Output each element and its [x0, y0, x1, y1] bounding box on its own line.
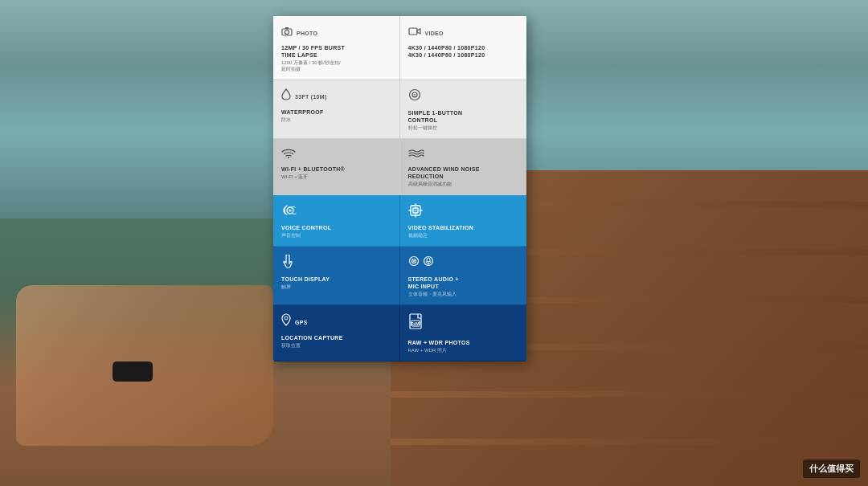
speaker-icon [408, 255, 420, 269]
cell-stabilize: VIDEO STABILIZATION 视频稳定 [400, 195, 527, 247]
wristband [113, 361, 153, 382]
svg-rect-2 [285, 27, 289, 29]
section-photo-video: PHOTO 12MP / 30 FPS BURSTTIME LAPSE 1200… [273, 16, 526, 80]
section-waterproof: 33FT (10M) WATERPROOF 防水 1 SIMPLE 1-BUTT… [273, 80, 526, 139]
button-title: SIMPLE 1-BUTTONCONTROL [408, 109, 519, 124]
camera-icon [281, 24, 293, 39]
photo-subtitle: 1200 万像素 / 30 帧/秒连拍/延时拍摄 [281, 60, 391, 73]
cell-video: VIDEO 4K30 / 1440p80 / 1080p1204K30 / 14… [400, 16, 527, 80]
cell-button-control: 1 SIMPLE 1-BUTTONCONTROL 轻松一键操控 [400, 80, 527, 139]
stabilize-icon [408, 205, 423, 221]
video-label: VIDEO [425, 31, 444, 36]
section-touch-audio: TOUCH DISPLAY 触屏 [273, 247, 526, 305]
wind-icon [408, 146, 424, 162]
audio-subtitle: 立体音频・麦克风输入 [408, 292, 519, 298]
wind-subtitle: 高级风噪音消减功能 [408, 182, 519, 188]
svg-text:RAW: RAW [411, 321, 420, 326]
watermark-text: 什么值得买 [809, 464, 854, 473]
gps-subtitle: 获取位置 [281, 343, 391, 349]
svg-text:1: 1 [413, 93, 416, 98]
cell-audio: STEREO AUDIO +MIC INPUT 立体音频・麦克风输入 [400, 247, 527, 305]
svg-point-21 [413, 260, 415, 262]
mic-icon [423, 255, 434, 269]
svg-point-10 [289, 209, 292, 211]
wind-title: ADVANCED WIND NOISEREDUCTION [408, 165, 519, 180]
voice-subtitle: 声音控制 [281, 233, 391, 239]
touch-icon [281, 256, 294, 272]
gps-label: GPS [295, 320, 308, 325]
section-gps-raw: GPS LOCATION CAPTURE 获取位置 RAW RAW + WDR … [273, 305, 526, 361]
watermark: 什么值得买 [803, 459, 860, 478]
droplet-icon [281, 88, 291, 103]
wifi-icon [281, 146, 296, 162]
audio-title: STEREO AUDIO +MIC INPUT [408, 276, 519, 290]
voice-icon [281, 205, 297, 221]
product-card: PHOTO 12MP / 30 FPS BURSTTIME LAPSE 1200… [273, 16, 526, 361]
waterproof-title: WATERPROOF [281, 108, 391, 116]
button-subtitle: 轻松一键操控 [408, 125, 519, 132]
cell-voice: VOICE CONTROL 声音控制 [273, 195, 400, 247]
svg-point-25 [285, 317, 288, 320]
photo-title: 12MP / 30 FPS BURSTTIME LAPSE [281, 44, 391, 59]
voice-title: VOICE CONTROL [281, 224, 391, 231]
gps-icon [281, 313, 291, 329]
photo-label: PHOTO [297, 31, 317, 36]
cell-raw: RAW RAW + WDR PHOTOS RAW + WDR 照片 [400, 305, 527, 361]
touch-subtitle: 触屏 [281, 284, 391, 291]
video-title: 4K30 / 1440p80 / 1080p1204K30 / 1440p60 … [408, 44, 519, 59]
touch-title: TOUCH DISPLAY [281, 276, 391, 283]
svg-rect-23 [427, 258, 430, 262]
waterproof-ft-label: 33FT (10M) [295, 94, 327, 100]
svg-point-8 [288, 157, 289, 158]
cell-touch: TOUCH DISPLAY 触屏 [273, 247, 400, 305]
waterproof-subtitle: 防水 [281, 117, 391, 124]
raw-title: RAW + WDR PHOTOS [408, 339, 519, 346]
wifi-subtitle: WI-FI + 蓝牙 [281, 174, 391, 181]
wifi-title: WI-FI + BLUETOOTH® [281, 165, 391, 173]
svg-point-1 [285, 31, 289, 35]
cell-photo: PHOTO 12MP / 30 FPS BURSTTIME LAPSE 1200… [273, 16, 400, 80]
stabilize-title: VIDEO STABILIZATION [408, 224, 519, 231]
section-wifi-wind: WI-FI + BLUETOOTH® WI-FI + 蓝牙 ADVANCED W… [273, 139, 526, 195]
section-voice-stabilize: VOICE CONTROL 声音控制 V [273, 195, 526, 247]
cell-waterproof: 33FT (10M) WATERPROOF 防水 [273, 80, 400, 139]
stabilize-subtitle: 视频稳定 [408, 233, 519, 239]
gps-title: LOCATION CAPTURE [281, 334, 391, 341]
svg-rect-3 [409, 28, 417, 35]
button-icon: 1 [408, 88, 421, 104]
raw-icon: RAW [408, 313, 424, 333]
cell-gps: GPS LOCATION CAPTURE 获取位置 [273, 305, 400, 361]
video-icon [408, 24, 421, 39]
cell-wind: ADVANCED WIND NOISEREDUCTION 高级风噪音消减功能 [400, 139, 527, 195]
cell-wifi: WI-FI + BLUETOOTH® WI-FI + 蓝牙 [273, 139, 400, 195]
raw-subtitle: RAW + WDR 照片 [408, 348, 519, 354]
